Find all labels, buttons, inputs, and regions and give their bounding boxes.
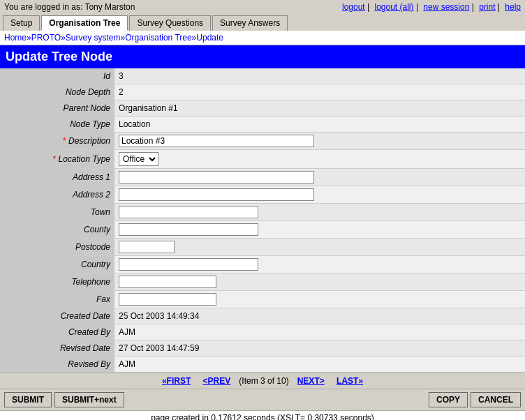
value-location-type: Office Home Other bbox=[114, 150, 525, 169]
input-description[interactable] bbox=[119, 135, 314, 147]
field-row-postcode: Postcode bbox=[0, 239, 525, 256]
field-row-address1: Address 1 bbox=[0, 169, 525, 186]
label-address2: Address 2 bbox=[0, 186, 114, 204]
value-description bbox=[114, 133, 525, 150]
button-row-left: SUBMIT SUBMIT+next bbox=[4, 392, 124, 407]
input-county[interactable] bbox=[119, 223, 258, 236]
select-location-type[interactable]: Office Home Other bbox=[119, 152, 158, 166]
tab-survey-answers[interactable]: Survey Answers bbox=[212, 15, 288, 31]
required-star-location-type: * bbox=[52, 154, 58, 164]
field-row-town: Town bbox=[0, 204, 525, 221]
form-table: Id 3 Node Depth 2 Parent Node Organisati… bbox=[0, 68, 525, 373]
required-star-description: * bbox=[63, 136, 68, 146]
label-fax: Fax bbox=[0, 291, 114, 308]
value-fax bbox=[114, 291, 525, 308]
tab-organisation-tree[interactable]: Organisation Tree bbox=[41, 15, 128, 31]
label-revised-by: Revised By bbox=[0, 357, 114, 373]
value-county bbox=[114, 221, 525, 239]
field-row-node-type: Node Type Location bbox=[0, 117, 525, 133]
submit-button[interactable]: SUBMIT bbox=[4, 392, 52, 407]
nav-first[interactable]: «FIRST bbox=[162, 376, 191, 386]
input-address2[interactable] bbox=[119, 188, 314, 201]
nav-next[interactable]: NEXT> bbox=[297, 376, 325, 386]
tab-bar: Setup Organisation Tree Survey Questions… bbox=[0, 14, 525, 31]
logged-in-text: You are logged in as: Tony Marston bbox=[4, 2, 135, 12]
field-row-location-type: * Location Type Office Home Other bbox=[0, 150, 525, 169]
value-telephone bbox=[114, 273, 525, 291]
label-created-date: Created Date bbox=[0, 308, 114, 324]
input-postcode[interactable] bbox=[119, 241, 175, 253]
label-address1: Address 1 bbox=[0, 169, 114, 186]
label-revised-date: Revised Date bbox=[0, 340, 114, 357]
label-town: Town bbox=[0, 204, 114, 221]
tab-survey-questions[interactable]: Survey Questions bbox=[129, 15, 211, 31]
breadcrumb-proto[interactable]: PROTO bbox=[31, 33, 61, 43]
button-row-right: COPY CANCEL bbox=[429, 392, 521, 407]
label-county: County bbox=[0, 221, 114, 239]
label-parent-node: Parent Node bbox=[0, 100, 114, 117]
label-node-type: Node Type bbox=[0, 117, 114, 133]
logout-link[interactable]: logout bbox=[342, 2, 365, 12]
nav-prev[interactable]: <PREV bbox=[203, 376, 231, 386]
label-country: Country bbox=[0, 256, 114, 273]
field-row-node-depth: Node Depth 2 bbox=[0, 84, 525, 100]
input-town[interactable] bbox=[119, 206, 258, 218]
field-row-revised-by: Revised By AJM bbox=[0, 357, 525, 373]
value-revised-date: 27 Oct 2003 14:47:59 bbox=[114, 340, 525, 357]
value-node-type: Location bbox=[114, 117, 525, 133]
logout-all-link[interactable]: logout (all) bbox=[375, 2, 414, 12]
label-node-depth: Node Depth bbox=[0, 84, 114, 100]
label-postcode: Postcode bbox=[0, 239, 114, 256]
value-country bbox=[114, 256, 525, 273]
field-row-id: Id 3 bbox=[0, 68, 525, 84]
value-node-depth: 2 bbox=[114, 84, 525, 100]
breadcrumb-current: Update bbox=[196, 33, 223, 43]
field-row-parent-node: Parent Node Organisation #1 bbox=[0, 100, 525, 117]
breadcrumb: Home»PROTO»Survey system»Organisation Tr… bbox=[0, 31, 525, 45]
status-bar: page created in 0.17612 seconds (XSLT= 0… bbox=[0, 410, 525, 420]
input-telephone[interactable] bbox=[119, 276, 216, 288]
value-created-by: AJM bbox=[114, 324, 525, 340]
value-town bbox=[114, 204, 525, 221]
field-row-fax: Fax bbox=[0, 291, 525, 308]
value-address2 bbox=[114, 186, 525, 204]
value-revised-by: AJM bbox=[114, 357, 525, 373]
label-location-type: * Location Type bbox=[0, 150, 114, 169]
field-row-address2: Address 2 bbox=[0, 186, 525, 204]
print-link[interactable]: print bbox=[479, 2, 495, 12]
top-bar: You are logged in as: Tony Marston logou… bbox=[0, 0, 525, 14]
cancel-button[interactable]: CANCEL bbox=[471, 392, 521, 407]
breadcrumb-org-tree[interactable]: Organisation Tree bbox=[125, 33, 191, 43]
label-created-by: Created By bbox=[0, 324, 114, 340]
field-row-telephone: Telephone bbox=[0, 273, 525, 291]
value-address1 bbox=[114, 169, 525, 186]
input-address1[interactable] bbox=[119, 171, 314, 183]
copy-button[interactable]: COPY bbox=[429, 392, 468, 407]
page-title: Update Tree Node bbox=[0, 45, 525, 68]
field-row-county: County bbox=[0, 221, 525, 239]
field-row-created-date: Created Date 25 Oct 2003 14:49:34 bbox=[0, 308, 525, 324]
top-links: logout | logout (all) | new session | pr… bbox=[342, 2, 521, 12]
breadcrumb-survey-system[interactable]: Survey system bbox=[66, 33, 121, 43]
main-content: Update Tree Node Id 3 Node Depth 2 Paren… bbox=[0, 45, 525, 420]
nav-row: «FIRST <PREV (Item 3 of 10) NEXT> LAST» bbox=[0, 373, 525, 389]
label-id: Id bbox=[0, 68, 114, 84]
value-postcode bbox=[114, 239, 525, 256]
status-text: page created in 0.17612 seconds (XSLT= 0… bbox=[151, 413, 374, 420]
breadcrumb-home[interactable]: Home bbox=[4, 33, 27, 43]
nav-last[interactable]: LAST» bbox=[337, 376, 363, 386]
input-country[interactable] bbox=[119, 258, 258, 271]
field-row-description: * Description bbox=[0, 133, 525, 150]
field-row-revised-date: Revised Date 27 Oct 2003 14:47:59 bbox=[0, 340, 525, 357]
tab-setup[interactable]: Setup bbox=[3, 15, 40, 31]
help-link[interactable]: help bbox=[505, 2, 521, 12]
label-telephone: Telephone bbox=[0, 273, 114, 291]
value-created-date: 25 Oct 2003 14:49:34 bbox=[114, 308, 525, 324]
input-fax[interactable] bbox=[119, 293, 216, 306]
value-parent-node: Organisation #1 bbox=[114, 100, 525, 117]
new-session-link[interactable]: new session bbox=[423, 2, 469, 12]
field-row-country: Country bbox=[0, 256, 525, 273]
field-row-created-by: Created By AJM bbox=[0, 324, 525, 340]
submit-next-button[interactable]: SUBMIT+next bbox=[54, 392, 124, 407]
label-description: * Description bbox=[0, 133, 114, 150]
